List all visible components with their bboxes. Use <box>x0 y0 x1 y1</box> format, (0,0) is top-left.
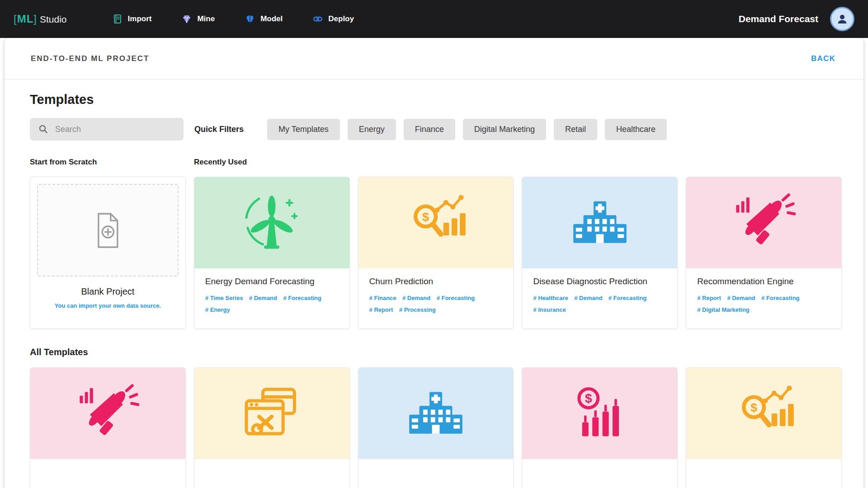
nav-model-label: Model <box>260 14 283 23</box>
start-from-scratch-label: Start from Scratch <box>30 158 194 167</box>
app-logo[interactable]: [ML] Studio <box>14 13 67 25</box>
tag: # Energy <box>205 305 230 315</box>
churn-analysis-icon <box>402 191 470 254</box>
card-tags: # Finance # Demand # Forecasting # Repor… <box>369 292 503 315</box>
card-media <box>30 368 185 459</box>
blank-project-dropzone[interactable] <box>37 184 179 277</box>
tag: # Report <box>697 294 721 303</box>
template-card-energy-demand-forecasting[interactable]: Energy Demand Forecasting # Time Series … <box>194 177 350 329</box>
template-card-web-tools[interactable] <box>194 367 350 488</box>
import-icon <box>112 14 123 24</box>
tag: # Insurance <box>533 305 566 315</box>
tag: # Demand <box>574 294 602 303</box>
card-media <box>686 177 841 268</box>
card-tags: # Report # Demand # Forecasting # Digita… <box>697 292 830 315</box>
hospital-icon <box>402 382 470 445</box>
card-media <box>522 177 677 268</box>
card-media <box>194 177 349 268</box>
filter-finance[interactable]: Finance <box>404 119 455 140</box>
logo-ml-mark: [ML] <box>14 13 37 25</box>
filter-retail[interactable]: Retail <box>554 119 597 140</box>
quick-filters-label: Quick Filters <box>194 125 244 134</box>
card-media <box>522 368 677 459</box>
back-button[interactable]: BACK <box>811 54 835 63</box>
megaphone-icon <box>730 191 798 254</box>
filters-toolbar: Quick Filters My Templates Energy Financ… <box>30 118 842 141</box>
main-panel: END-TO-END ML PROJECT BACK Templates Qui… <box>5 38 863 488</box>
templates-heading: Templates <box>30 92 842 107</box>
blank-project-subtitle: You can import your own data source. <box>37 302 179 309</box>
tag: # Demand <box>249 294 277 303</box>
link-icon <box>312 14 323 24</box>
template-card-marketing[interactable] <box>30 367 186 488</box>
all-templates-heading: All Templates <box>30 347 842 357</box>
row-labels: Start from Scratch Recently Used <box>30 158 842 167</box>
tag: # Time Series <box>205 294 243 303</box>
nav-model[interactable]: Model <box>245 14 283 24</box>
user-icon <box>835 12 849 26</box>
filter-my-templates[interactable]: My Templates <box>267 119 340 140</box>
tag: # Digital Marketing <box>697 305 750 315</box>
tag: # Finance <box>369 294 396 303</box>
finance-chart-icon <box>566 382 634 445</box>
tag: # Demand <box>727 294 755 303</box>
card-media <box>194 368 349 459</box>
card-media <box>359 177 514 268</box>
megaphone-icon <box>74 382 142 445</box>
recently-used-label: Recently Used <box>194 158 247 167</box>
search-input[interactable] <box>55 125 175 134</box>
nav-mine-label: Mine <box>197 14 215 23</box>
tag: # Demand <box>402 294 430 303</box>
blank-project-title: Blank Project <box>37 286 179 297</box>
all-templates-row <box>30 367 842 488</box>
brain-icon <box>245 14 255 24</box>
nav-deploy[interactable]: Deploy <box>312 14 354 24</box>
nav-mine[interactable]: Mine <box>181 14 215 24</box>
filter-energy[interactable]: Energy <box>348 119 396 140</box>
nav-import-label: Import <box>128 14 152 23</box>
card-title: Churn Prediction <box>369 277 503 286</box>
main-nav: Import Mine Model <box>112 14 354 24</box>
filter-digital-marketing[interactable]: Digital Marketing <box>463 119 546 140</box>
card-title: Recommendation Engine <box>697 277 830 286</box>
nav-import[interactable]: Import <box>112 14 152 24</box>
blank-document-icon <box>89 209 127 252</box>
avatar[interactable] <box>830 7 854 31</box>
card-tags: # Healthcare # Demand # Forecasting # In… <box>533 292 666 315</box>
nav-deploy-label: Deploy <box>328 14 354 23</box>
template-card-recommendation-engine[interactable]: Recommendation Engine # Report # Demand … <box>686 177 842 329</box>
card-media <box>359 368 514 459</box>
tag: # Processing <box>399 305 436 315</box>
card-tags: # Time Series # Demand # Forecasting # E… <box>205 292 339 315</box>
template-card-disease-diagnostic-prediction[interactable]: Disease Diagnostic Prediction # Healthca… <box>522 177 678 329</box>
page-header: END-TO-END ML PROJECT BACK <box>5 38 863 80</box>
diamond-icon <box>181 14 192 24</box>
search-icon <box>38 124 49 135</box>
churn-analysis-icon <box>730 382 798 445</box>
page-title: END-TO-END ML PROJECT <box>31 54 149 63</box>
card-media <box>686 368 841 459</box>
filter-healthcare[interactable]: Healthcare <box>605 119 667 140</box>
template-card-churn-prediction[interactable]: Churn Prediction # Finance # Demand # Fo… <box>358 177 514 329</box>
template-card-churn-2[interactable] <box>686 367 842 488</box>
hospital-icon <box>566 191 634 254</box>
tag: # Forecasting <box>761 294 800 303</box>
tag: # Healthcare <box>533 294 568 303</box>
recently-used-row: Blank Project You can import your own da… <box>30 177 842 329</box>
tag: # Forecasting <box>437 294 475 303</box>
blank-project-card[interactable]: Blank Project You can import your own da… <box>30 177 186 329</box>
logo-studio-text: Studio <box>40 14 67 25</box>
tag: # Forecasting <box>283 294 321 303</box>
wind-turbine-icon <box>238 191 306 254</box>
card-title: Energy Demand Forecasting <box>205 277 339 286</box>
card-title: Disease Diagnostic Prediction <box>533 277 666 286</box>
tag: # Report <box>369 305 393 315</box>
template-card-finance[interactable] <box>522 367 678 488</box>
search-box[interactable] <box>30 118 184 141</box>
project-name: Demand Forecast <box>739 14 818 24</box>
tag: # Forecasting <box>609 294 647 303</box>
filter-chips: My Templates Energy Finance Digital Mark… <box>267 119 667 140</box>
topbar: [ML] Studio Import Mine <box>0 0 868 38</box>
web-tools-icon <box>238 382 306 445</box>
template-card-healthcare[interactable] <box>358 367 514 488</box>
